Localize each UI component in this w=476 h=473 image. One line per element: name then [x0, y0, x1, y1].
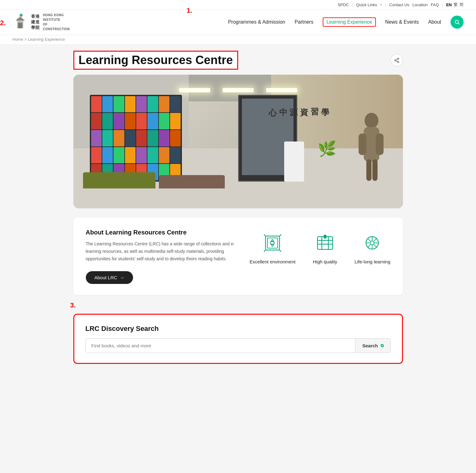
language-group: EN 繁 简 — [446, 2, 464, 7]
nav-partners[interactable]: Partners — [294, 18, 313, 26]
svg-point-6 — [397, 58, 399, 59]
hero-image: 學習資源中心 🌿 — [73, 75, 403, 208]
main-nav: Programmes & Admission Partners Learning… — [228, 16, 464, 29]
quick-links-chevron: ▾ — [380, 3, 382, 7]
discovery-search-input[interactable] — [86, 339, 355, 353]
logo-text-block: 香港 建造 學院 — [31, 14, 40, 30]
annotation-2: 2. — [0, 19, 6, 27]
nav-learning[interactable]: Learning Experience — [323, 17, 376, 27]
contact-us-link[interactable]: Contact Us — [389, 2, 409, 7]
svg-rect-3 — [18, 23, 22, 28]
nav-programmes[interactable]: Programmes & Admission — [228, 18, 285, 26]
location-link[interactable]: Location — [412, 2, 427, 7]
header: 1. 2. 香港 建造 學院 HONG KONG INSTITUTE OF CO… — [0, 10, 476, 35]
svg-rect-31 — [324, 235, 326, 239]
svg-line-41 — [368, 244, 371, 247]
svg-point-7 — [395, 59, 396, 61]
share-icon — [394, 58, 400, 63]
icon-excellent: Excellent environment — [250, 232, 296, 265]
divider2: | — [385, 2, 386, 7]
about-section: About Learning Resources Centre The Lear… — [73, 218, 403, 295]
icon-quality: High quality — [308, 232, 342, 265]
svg-line-5 — [458, 23, 459, 24]
top-bar: SPDC | Quick Links ▾ | Contact Us Locati… — [0, 0, 476, 10]
about-lrc-button[interactable]: About LRC → — [86, 271, 133, 284]
svg-line-9 — [396, 61, 397, 62]
lifelong-icon-wrap — [362, 232, 383, 254]
high-quality-icon — [315, 233, 335, 253]
page-title-row: Learning Resources Centre — [73, 51, 403, 70]
svg-rect-15 — [366, 160, 372, 181]
lifelong-learning-icon — [362, 233, 382, 253]
svg-line-40 — [374, 239, 377, 241]
excellent-environment-icon — [262, 233, 283, 253]
svg-rect-16 — [372, 160, 378, 181]
svg-point-4 — [455, 20, 459, 24]
svg-line-19 — [264, 234, 266, 236]
lang-tc[interactable]: 繁 — [454, 2, 458, 7]
discovery-section: LRC Discovery Search Search ⧉ — [73, 314, 403, 364]
svg-point-33 — [370, 241, 374, 245]
svg-rect-14 — [376, 134, 384, 155]
about-description: The Learning Resources Centre (LRC) has … — [86, 240, 237, 262]
svg-line-21 — [264, 250, 266, 252]
nav-news[interactable]: News & Events — [385, 18, 419, 26]
icon-lifelong: Life-long learning — [354, 232, 390, 265]
statue — [350, 112, 393, 189]
svg-rect-13 — [358, 134, 366, 155]
svg-line-38 — [368, 239, 371, 241]
breadcrumb: Home > Learning Experience — [0, 35, 476, 44]
svg-point-8 — [397, 61, 399, 63]
logo-svg — [12, 13, 28, 31]
quality-icon-wrap — [314, 232, 336, 254]
external-link-icon: ⧉ — [381, 343, 384, 348]
logo-chinese: 香港 建造 學院 — [31, 14, 40, 30]
lifelong-label: Life-long learning — [354, 259, 390, 265]
quality-label: High quality — [313, 259, 337, 265]
annotation-1: 1. — [187, 7, 192, 15]
annotation-3-row: 3. — [73, 301, 403, 311]
excellent-label: Excellent environment — [250, 259, 296, 265]
spdc-link[interactable]: SPDC — [338, 2, 349, 7]
main-content: Learning Resources Centre — [67, 44, 409, 376]
page-title: Learning Resources Centre — [73, 51, 238, 70]
discovery-search-button[interactable]: Search ⧉ — [355, 339, 390, 353]
svg-point-11 — [365, 113, 378, 128]
discovery-search-row: Search ⧉ — [85, 338, 391, 353]
divider3: | — [442, 2, 443, 7]
svg-line-20 — [280, 234, 281, 236]
svg-line-39 — [374, 244, 377, 247]
svg-marker-2 — [16, 17, 25, 21]
svg-line-10 — [396, 59, 397, 60]
svg-line-22 — [280, 250, 281, 252]
svg-rect-26 — [317, 237, 333, 249]
annotation-3: 3. — [70, 301, 76, 309]
lang-en[interactable]: EN — [446, 2, 452, 7]
about-icons: Excellent environment Hi — [250, 229, 391, 265]
lang-sc[interactable]: 简 — [460, 2, 464, 7]
search-icon — [454, 19, 460, 25]
divider1: | — [352, 2, 353, 7]
discovery-title: LRC Discovery Search — [85, 325, 391, 333]
about-title: About Learning Resources Centre — [86, 229, 237, 236]
quick-links-link[interactable]: Quick Links — [356, 2, 377, 7]
faq-link[interactable]: FAQ — [431, 2, 439, 7]
about-text: About Learning Resources Centre The Lear… — [86, 229, 237, 284]
logo-english: HONG KONG INSTITUTE OF CONSTRUCTION — [43, 13, 70, 31]
nav-about[interactable]: About — [428, 18, 441, 26]
search-button[interactable] — [451, 16, 464, 29]
share-button[interactable] — [391, 54, 403, 67]
excellent-icon-wrap — [262, 232, 284, 254]
logo-area[interactable]: 香港 建造 學院 HONG KONG INSTITUTE OF CONSTRUC… — [12, 13, 70, 31]
